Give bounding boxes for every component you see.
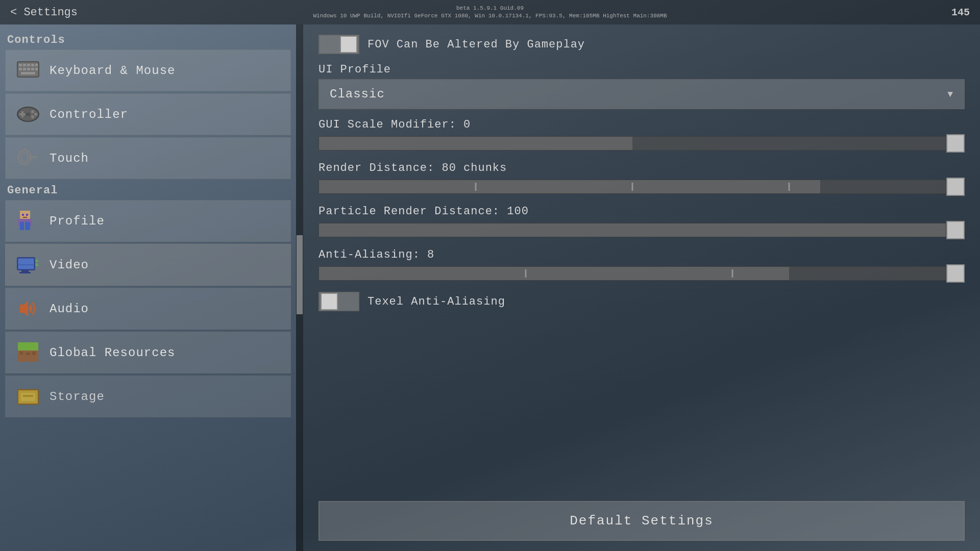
svg-rect-7	[23, 68, 26, 70]
sidebar-item-video[interactable]: Video	[5, 244, 291, 286]
svg-rect-42	[18, 342, 38, 350]
gui-scale-track	[318, 136, 946, 151]
sidebar-item-storage[interactable]: Storage	[5, 375, 291, 417]
particle-render-slider[interactable]	[318, 221, 965, 239]
ui-profile-row: UI Profile Classic ▼	[318, 63, 965, 109]
controls-section-label: Controls	[5, 30, 291, 48]
svg-rect-9	[31, 68, 34, 70]
texel-aa-toggle[interactable]	[318, 292, 359, 311]
render-distance-track	[318, 180, 946, 194]
sidebar-controller-label: Controller	[50, 108, 128, 121]
svg-point-41	[29, 307, 32, 310]
svg-rect-1	[19, 64, 22, 66]
storage-icon	[16, 384, 40, 409]
texel-aa-label: Texel Anti-Aliasing	[368, 295, 505, 308]
svg-rect-2	[23, 64, 26, 66]
gui-scale-thumb[interactable]	[946, 134, 965, 153]
sidebar-audio-label: Audio	[50, 302, 89, 316]
global-resources-icon	[16, 340, 40, 365]
svg-point-38	[35, 259, 38, 262]
gui-scale-label: GUI Scale Modifier: 0	[318, 118, 965, 131]
sidebar-video-label: Video	[50, 258, 89, 272]
svg-rect-5	[35, 64, 38, 66]
svg-rect-37	[19, 272, 31, 273]
default-settings-button[interactable]: Default Settings	[318, 501, 965, 541]
ui-profile-label: UI Profile	[318, 63, 965, 76]
anti-aliasing-tick-2	[732, 269, 733, 278]
ui-profile-value: Classic	[330, 87, 385, 101]
svg-rect-30	[22, 214, 24, 216]
sidebar-scrollbar[interactable]	[296, 24, 303, 551]
svg-rect-8	[27, 68, 30, 70]
anti-aliasing-row: Anti-Aliasing: 8	[318, 248, 965, 283]
sidebar-item-touch[interactable]: Touch	[5, 137, 291, 179]
touch-icon	[16, 146, 40, 170]
sidebar-keyboard-label: Keyboard & Mouse	[50, 64, 175, 78]
svg-point-16	[34, 113, 37, 116]
particle-render-row: Particle Render Distance: 100	[318, 205, 965, 239]
scrollbar-thumb	[297, 235, 303, 314]
render-distance-tick-3	[789, 183, 790, 191]
render-distance-fill	[319, 180, 820, 193]
svg-marker-40	[20, 300, 28, 317]
gui-scale-row: GUI Scale Modifier: 0	[318, 118, 965, 153]
gui-scale-slider[interactable]	[318, 134, 965, 153]
svg-point-15	[31, 110, 34, 113]
dropdown-arrow-icon: ▼	[947, 89, 953, 99]
svg-point-21	[21, 153, 28, 162]
content-panel: FOV Can Be Altered By Gameplay UI Profil…	[303, 24, 980, 551]
video-icon	[16, 253, 40, 277]
sidebar: Controls Keyboard &	[0, 24, 296, 551]
anti-aliasing-track	[318, 266, 946, 281]
render-distance-tick-2	[632, 183, 633, 191]
top-bar: < Settings beta 1.5.9.1 Guid.09 Windows …	[0, 0, 980, 24]
fps-counter: 145	[951, 7, 970, 18]
sidebar-item-profile[interactable]: Profile	[5, 200, 291, 242]
svg-rect-45	[26, 353, 30, 355]
anti-aliasing-slider[interactable]	[318, 264, 965, 283]
svg-rect-34	[18, 259, 34, 269]
sidebar-item-global-resources[interactable]: Global Resources	[5, 332, 291, 373]
render-distance-label: Render Distance: 80 chunks	[318, 162, 965, 174]
texel-aa-toggle-knob	[321, 293, 338, 310]
render-distance-slider[interactable]	[318, 178, 965, 196]
svg-rect-10	[35, 68, 38, 70]
fov-toggle-row: FOV Can Be Altered By Gameplay	[318, 35, 965, 54]
fov-toggle-label: FOV Can Be Altered By Gameplay	[368, 38, 585, 51]
svg-rect-36	[21, 270, 29, 272]
system-info: beta 1.5.9.1 Guid.09 Windows 10 UWP Buil…	[313, 5, 667, 20]
sidebar-global-resources-label: Global Resources	[50, 346, 175, 360]
sidebar-item-audio[interactable]: Audio	[5, 288, 291, 330]
svg-rect-19	[26, 113, 31, 116]
svg-rect-6	[19, 68, 22, 70]
fov-toggle-knob	[340, 36, 357, 53]
anti-aliasing-label: Anti-Aliasing: 8	[318, 248, 965, 261]
texel-aa-row: Texel Anti-Aliasing	[318, 292, 965, 311]
particle-render-thumb[interactable]	[946, 221, 965, 239]
profile-icon	[16, 209, 40, 233]
audio-icon	[16, 296, 40, 321]
back-button[interactable]: < Settings	[10, 6, 78, 19]
svg-rect-14	[19, 113, 26, 115]
svg-rect-28	[20, 222, 24, 230]
anti-aliasing-thumb[interactable]	[946, 264, 965, 283]
render-distance-thumb[interactable]	[946, 178, 965, 196]
anti-aliasing-fill	[319, 267, 789, 280]
svg-rect-44	[20, 352, 23, 355]
ui-profile-dropdown[interactable]: Classic ▼	[318, 79, 965, 109]
svg-point-39	[35, 263, 38, 266]
svg-rect-29	[25, 222, 30, 230]
svg-rect-24	[20, 211, 30, 220]
svg-rect-49	[23, 395, 33, 397]
particle-render-fill	[319, 223, 946, 237]
sidebar-touch-label: Touch	[50, 152, 89, 165]
fov-toggle[interactable]	[318, 35, 359, 54]
svg-rect-31	[26, 214, 28, 216]
particle-render-label: Particle Render Distance: 100	[318, 205, 965, 218]
svg-point-17	[31, 115, 34, 118]
render-distance-row: Render Distance: 80 chunks	[318, 162, 965, 196]
sidebar-item-keyboard[interactable]: Keyboard & Mouse	[5, 49, 291, 91]
sidebar-storage-label: Storage	[50, 390, 105, 404]
general-section-label: General	[5, 180, 291, 199]
sidebar-item-controller[interactable]: Controller	[5, 93, 291, 135]
